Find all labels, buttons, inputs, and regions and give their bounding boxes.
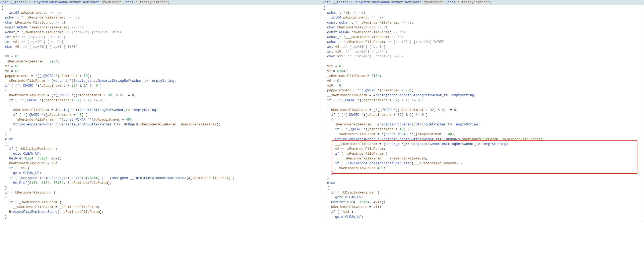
code-line[interactable]: if ( !IsFileZoneLocalIntranetOrTrusted(_… [323, 161, 643, 166]
code-line[interactable]: { [323, 103, 643, 108]
code-line[interactable]: const WCHAR *sReminderFileParam; // rdx [323, 30, 643, 35]
code-line[interactable]: v11 = 0; [323, 64, 643, 69]
code-line[interactable]: __sReminderFileParam = _sReminderFilePar… [1, 205, 321, 210]
code-line[interactable]: v7 = 0; [1, 64, 321, 69]
code-line[interactable]: int v9; // [rsp+28h] [rbp-8h] [323, 44, 643, 49]
code-line[interactable]: bReminderPlaySound = (*(_DWORD *)(pAppoi… [323, 108, 643, 113]
code-line[interactable]: bReminderPlaySound = 0; [323, 166, 643, 171]
code-line[interactable]: GetPref(0i64, 75i64, &v11); [323, 200, 643, 205]
code-line[interactable]: else [1, 137, 321, 142]
code-line[interactable]: } [1, 127, 321, 132]
code-line[interactable]: GetPref(0i64, 75i64, &v9); [1, 156, 321, 161]
code-line[interactable]: wchar_t *v2; // rdi [323, 10, 643, 15]
code-line[interactable]: _sReminderFileParam = 0i64; [1, 59, 321, 64]
code-line[interactable]: { [1, 142, 321, 147]
code-line[interactable]: } [323, 171, 643, 176]
code-line[interactable] [1, 49, 321, 54]
code-line[interactable]: int v10; // [rsp+2Ch] [rbp-4h] [323, 49, 643, 54]
code-line[interactable] [323, 59, 643, 64]
code-line[interactable]: bReminderPlaySound = v9; [1, 161, 321, 166]
code-line[interactable]: sReminderFileParam = &rapidjson::Generic… [323, 122, 643, 127]
code-line[interactable]: sReminderFileParam = &rapidjson::Generic… [1, 108, 321, 113]
code-line[interactable]: goto CLEAN_UP; [323, 215, 643, 219]
code-line[interactable]: wchar_t *_sReminderFileParam; // [rsp+20… [1, 30, 321, 35]
code-line[interactable]: if ( !bDisplayReminder ) [1, 147, 321, 151]
code-line[interactable]: if ( !v9 ) [1, 166, 321, 171]
code-line[interactable]: if ( (*(_DWORD *)(pAppointment + 32) & 2… [1, 98, 321, 103]
code-line[interactable]: goto CLEAN_UP; [323, 195, 643, 200]
code-line[interactable]: { [1, 6, 321, 10]
right-code[interactable]: { wchar_t *v2; // rdi __int64 pAppointme… [322, 5, 644, 222]
code-line[interactable]: } [1, 132, 321, 137]
code-line[interactable]: char bReminderPlaySound; // bl [323, 25, 643, 30]
code-line[interactable]: _sReminderFileParam = 0i64; [323, 74, 643, 79]
code-line[interactable]: wchar_t *___sReminderFileParam; // rcx [323, 35, 643, 40]
code-line[interactable]: { [323, 117, 643, 122]
code-line[interactable]: if ( _sReminderFileParam ) [1, 200, 321, 205]
code-line[interactable]: } [1, 215, 321, 219]
code-line[interactable]: const wchar_t *__sReminderFileParam; // … [323, 20, 643, 25]
code-line[interactable]: if ( (*(_DWORD *)(pAppointment + 32) & 1… [1, 83, 321, 88]
code-line[interactable]: sReminderFileParam = *(const WCHAR **)(p… [1, 117, 321, 122]
left-code[interactable]: { __int64 pAppointment; // rax wchar_t *… [0, 5, 322, 222]
code-line[interactable]: v8 = 0; [1, 69, 321, 74]
code-line[interactable]: char bReminderPlaySound; // bl [1, 20, 321, 25]
code-line[interactable]: StringTemplate<wchar_t,VariableLengthBuf… [323, 137, 643, 142]
left-code-pane: void __fastcall PlayReminderSound(struct… [0, 0, 322, 222]
code-line[interactable]: const WCHAR *sReminderFileParam; // rdx [1, 25, 321, 30]
code-line[interactable]: pAppointment = *((_QWORD *)pReminder + 7… [323, 88, 643, 93]
code-line[interactable]: __int64 pAppointment; // rax [1, 10, 321, 15]
code-line[interactable]: sReminderFileParam = *(const WCHAR **)(p… [323, 132, 643, 137]
code-line[interactable]: char v9; // [rsp+40h] [rbp+8h] BYREF [1, 44, 321, 49]
code-line[interactable]: if ( !v11 ) [323, 210, 643, 214]
code-line[interactable]: char v11; // [rsp+40h] [rbp+10h] BYREF [323, 54, 643, 59]
code-line[interactable]: v2 = 0i64; [323, 69, 643, 74]
code-line[interactable]: bReminderPlaySound = v11; [323, 205, 643, 210]
code-line[interactable]: { [1, 195, 321, 200]
code-line[interactable]: if ( *(_QWORD *)(pAppointment + 40) ) [323, 127, 643, 132]
code-line[interactable]: GetPref(0i64, 0i64, 76i64, &_sReminderFi… [1, 181, 321, 185]
code-line[interactable]: ___sReminderFileParam = _sReminderFilePa… [323, 156, 643, 161]
code-line[interactable]: int v8; // [rsp+2Ch] [rbp-Ch] [1, 40, 321, 44]
code-line[interactable]: HrAsyncPlayReminderSound(__sReminderFile… [1, 210, 321, 214]
code-line[interactable]: { [323, 185, 643, 190]
code-line[interactable]: if ( (unsigned int)FPrefRegValueExists(7… [1, 176, 321, 181]
code-line[interactable]: v9 = 0; [323, 79, 643, 83]
code-line[interactable]: { [1, 103, 321, 108]
code-line[interactable]: else [323, 181, 643, 185]
code-line[interactable]: pAppointment = *((_QWORD *)pReminder + 7… [1, 74, 321, 79]
code-line[interactable]: if ( (*(_DWORD *)(pAppointment + 32) & 2… [323, 113, 643, 117]
right-code-pane: void __fastcall PlayReminderSound(struct… [322, 0, 644, 222]
code-line[interactable]: int v7; // [rsp+28h] [rbp-10h] [1, 35, 321, 40]
code-line[interactable]: __int64 pAppointment; // rax [323, 15, 643, 20]
code-line[interactable]: if ( _sReminderFileParam ) [323, 151, 643, 156]
code-line[interactable]: if ( bReminderPlaySound ) [1, 190, 321, 195]
code-line[interactable]: v9 = 0; [1, 54, 321, 59]
code-line[interactable]: } [1, 185, 321, 190]
code-line[interactable]: { [323, 6, 643, 10]
code-line[interactable]: __sReminderFileParam = &rapidjson::Gener… [323, 93, 643, 98]
code-line[interactable]: StringTemplate<wchar_t,VariableLengthBuf… [1, 122, 321, 127]
left-header: void __fastcall PlayReminderSound(struct… [0, 0, 322, 5]
code-line[interactable]: ___sReminderFileParam = (wchar_t *)&rapi… [323, 142, 643, 147]
code-line[interactable]: if ( *(_QWORD *)(pAppointment + 40) ) [1, 113, 321, 117]
code-line[interactable]: wchar_t *__sReminderFileParam; // rdi [1, 15, 321, 20]
code-line[interactable]: if ( (*(_DWORD *)(pAppointment + 32) & 1… [323, 98, 643, 103]
right-header: void __fastcall PlayReminderSound(struct… [322, 0, 644, 5]
code-line[interactable]: v10 = 0; [323, 83, 643, 88]
code-line[interactable]: } [323, 176, 643, 181]
code-line[interactable]: __sReminderFileParam = (wchar_t *)&rapid… [1, 79, 321, 83]
code-line[interactable]: { [1, 88, 321, 93]
code-line[interactable]: goto CLEAN_UP; [1, 151, 321, 156]
code-line[interactable]: bReminderPlaySound = (*(_DWORD *)(pAppoi… [1, 93, 321, 98]
code-line[interactable]: if ( !bDisplayReminder ) [323, 190, 643, 195]
code-line[interactable]: wchar_t *_sReminderFileParam; // [rsp+20… [323, 40, 643, 44]
code-line[interactable]: goto CLEAN_UP; [1, 171, 321, 176]
code-line[interactable]: v2 = _sReminderFileParam; [323, 147, 643, 151]
